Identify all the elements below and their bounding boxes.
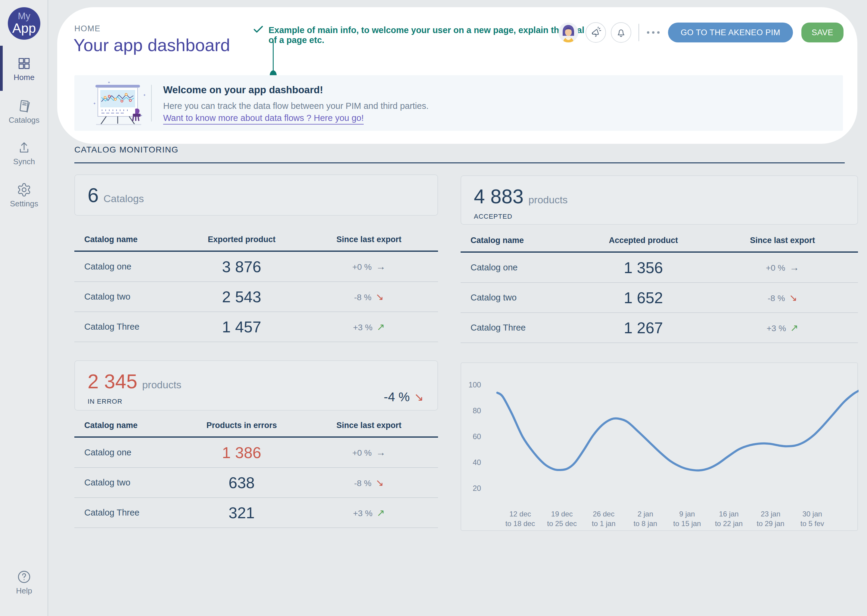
trend-up-icon: ↗ [377, 322, 385, 332]
logo-text-top: My [18, 11, 30, 21]
change-since-last-export: +0 %→ [300, 261, 438, 272]
column-header: Catalog name [460, 236, 580, 245]
change-since-last-export: -8 %↘ [300, 477, 438, 489]
notifications-button[interactable] [611, 22, 631, 43]
accepted-count-label: products [528, 194, 567, 206]
error-summary-card: 2 345 products IN ERROR -4 % ↘ [74, 360, 438, 410]
gear-icon [17, 182, 32, 197]
trend-down-icon: ↘ [414, 390, 424, 404]
error-count-label: products [142, 379, 181, 391]
catalog-name: Catalog Three [460, 323, 580, 333]
catalog-name: Catalog two [460, 293, 580, 303]
catalog-name: Catalog two [74, 478, 183, 487]
column-header: Accepted product [580, 236, 707, 245]
change-since-last-export: +3 %↗ [300, 507, 438, 519]
x-axis-tick-label: 30 janto 5 fev [782, 509, 842, 529]
sidebar-item-synch[interactable]: Synch [0, 140, 48, 167]
banner-body: Here you can track the data flow between… [163, 101, 429, 111]
change-since-last-export: +3 %↗ [707, 322, 858, 333]
column-header: Products in errors [183, 421, 300, 430]
y-axis-tick-label: 40 [462, 458, 481, 467]
trend-flat-icon: → [376, 261, 386, 272]
catalog-name: Catalog Three [74, 322, 183, 332]
error-products-table: Catalog nameProducts in errorsSince last… [74, 415, 438, 528]
catalog-name: Catalog one [74, 262, 183, 272]
table-row: Catalog two638-8 %↘ [74, 468, 438, 498]
table-row: Catalog one1 386+0 %→ [74, 438, 438, 468]
header-actions: GO TO THE AKENEO PIM SAVE [558, 22, 843, 43]
help-icon [17, 569, 32, 585]
breadcrumb: HOME [74, 24, 101, 33]
grid-icon [17, 56, 32, 71]
line-chart [461, 363, 859, 531]
table-row: Catalog two1 652-8 %↘ [460, 283, 858, 313]
column-header: Exported product [183, 235, 300, 244]
table-row: Catalog Three321+3 %↗ [74, 498, 438, 528]
column-header: Since last export [707, 236, 858, 245]
error-change: -4 % ↘ [384, 390, 424, 404]
line-chart-card: 1008060402012 decto 18 dec19 decto 25 de… [460, 363, 858, 531]
table-row: Catalog Three1 457+3 %↗ [74, 312, 438, 342]
product-count: 1 267 [580, 319, 707, 337]
error-change-value: -4 % [384, 390, 410, 404]
change-since-last-export: -8 %↘ [707, 292, 858, 303]
column-header: Catalog name [74, 235, 183, 244]
trend-down-icon: ↘ [376, 477, 384, 488]
change-since-last-export: +0 %→ [707, 262, 858, 273]
change-since-last-export: -8 %↘ [300, 291, 438, 303]
logo-text-bottom: App [13, 21, 36, 35]
change-since-last-export: +3 %↗ [300, 321, 438, 333]
product-count: 1 652 [580, 289, 707, 307]
exported-products-table: Catalog nameExported productSince last e… [74, 229, 438, 342]
column-header: Catalog name [74, 421, 183, 430]
sidebar-item-label: Settings [10, 199, 38, 209]
more-options-icon[interactable] [647, 31, 660, 34]
product-count: 1 386 [183, 444, 300, 462]
accepted-sublabel: ACCEPTED [474, 213, 858, 220]
table-row: Catalog one1 356+0 %→ [460, 253, 858, 283]
data-flows-link[interactable]: Want to know more about data flows ? Her… [163, 113, 364, 124]
upload-icon [17, 140, 32, 155]
announcements-button[interactable] [585, 22, 606, 43]
sidebar-item-label: Catalogs [9, 115, 40, 125]
product-count: 638 [183, 474, 300, 492]
user-avatar[interactable] [558, 22, 578, 42]
table-row: Catalog Three1 267+3 %↗ [460, 313, 858, 343]
sidebar-item-home[interactable]: Home [0, 56, 48, 82]
catalog-name: Catalog one [74, 448, 183, 457]
accepted-products-table: Catalog nameAccepted productSince last e… [460, 229, 858, 343]
table-header-row: Catalog nameExported productSince last e… [74, 229, 438, 252]
y-axis-tick-label: 80 [462, 406, 481, 415]
megaphone-icon [590, 27, 602, 39]
trend-down-icon: ↘ [376, 291, 384, 302]
banner-title: Welcome on your app dashboard! [163, 84, 323, 96]
catalogs-count: 6 [88, 184, 99, 207]
app-logo[interactable]: My App [8, 7, 40, 40]
column-header: Since last export [300, 235, 438, 244]
save-button[interactable]: SAVE [801, 22, 843, 42]
annotation-note: Example of main info, to welcome your us… [268, 25, 588, 45]
product-count: 3 876 [183, 258, 300, 276]
sidebar: My App Home Catalogs Synch Se [0, 0, 48, 616]
y-axis-tick-label: 60 [462, 432, 481, 441]
page-title: Your app dashboard [74, 35, 230, 55]
book-icon [17, 99, 32, 114]
sidebar-item-help[interactable]: Help [0, 569, 48, 596]
sidebar-item-label: Home [14, 73, 34, 82]
accepted-count: 4 883 [474, 185, 523, 208]
welcome-banner: Welcome on your app dashboard! Here you … [74, 75, 843, 131]
product-count: 321 [183, 504, 300, 522]
sidebar-item-settings[interactable]: Settings [0, 182, 48, 209]
product-count: 1 457 [183, 318, 300, 336]
sidebar-item-label: Help [16, 586, 32, 596]
app-root: My App Home Catalogs Synch Se [0, 0, 867, 616]
error-count: 2 345 [88, 370, 137, 393]
go-to-pim-button[interactable]: GO TO THE AKENEO PIM [668, 22, 793, 42]
y-axis-tick-label: 20 [462, 484, 481, 493]
banner-divider [151, 85, 152, 121]
product-count: 2 543 [183, 288, 300, 306]
annotation-pointer-line [273, 40, 274, 72]
sidebar-item-catalogs[interactable]: Catalogs [0, 99, 48, 125]
table-row: Catalog two2 543-8 %↘ [74, 282, 438, 312]
table-header-row: Catalog nameAccepted productSince last e… [460, 229, 858, 253]
